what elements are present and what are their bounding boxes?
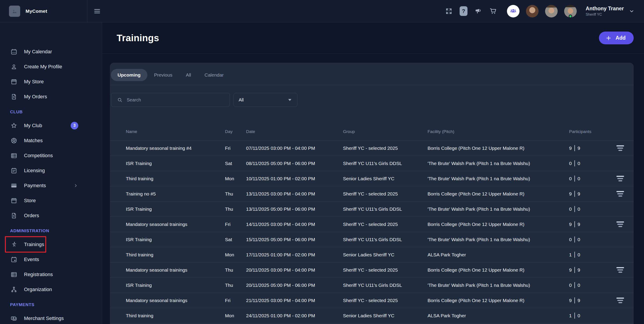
menu-toggle-icon[interactable] xyxy=(93,7,101,15)
store-icon xyxy=(10,197,18,204)
notes-icon[interactable] xyxy=(616,191,624,197)
table-row[interactable]: Mandatory seasonal trainingsFri21/11/202… xyxy=(110,293,634,308)
cell-name: Third training xyxy=(126,313,225,319)
cell-participants: 99 xyxy=(569,267,616,273)
table-row[interactable]: Third trainingMon24/11/2025 01:00 PM - 0… xyxy=(110,308,634,323)
sidebar-item-create-my-profile[interactable]: Create My Profile xyxy=(0,59,102,74)
profile-icon xyxy=(10,63,18,70)
type-filter-select[interactable]: All xyxy=(234,93,298,107)
participants-count-right: 0 xyxy=(578,206,580,212)
notes-icon[interactable] xyxy=(616,267,624,273)
cell-date: 20/11/2025 05:00 PM - 06:00 PM xyxy=(246,283,343,288)
sidebar-item-merchant-settings[interactable]: Merchant Settings xyxy=(0,311,102,324)
sidebar-item-competitions[interactable]: Competitions xyxy=(0,148,102,163)
sidebar-item-store[interactable]: Store xyxy=(0,193,102,208)
search-box xyxy=(111,93,230,107)
sidebar-item-label: Payments xyxy=(24,183,46,188)
user-avatar-1[interactable] xyxy=(526,5,538,17)
participants-count-right: 0 xyxy=(578,283,580,288)
participants-divider xyxy=(574,145,575,151)
announcements-icon[interactable] xyxy=(475,7,482,15)
team-icon xyxy=(510,7,517,15)
sidebar-item-label: My Orders xyxy=(24,94,47,100)
participants-count-left: 0 xyxy=(569,206,572,212)
sidebar-item-orders[interactable]: $Orders xyxy=(0,208,102,223)
sidebar-item-licensing[interactable]: Licensing xyxy=(0,163,102,178)
add-button[interactable]: Add xyxy=(599,31,634,44)
notes-icon[interactable] xyxy=(616,298,624,303)
participants-count-right: 9 xyxy=(578,146,580,151)
orders-icon: $ xyxy=(10,93,18,100)
cell-facility: 'The Brute' Walsh Park (Pitch 1 na Brute… xyxy=(428,176,569,181)
table-row[interactable]: Training no #5Thu13/11/2025 03:00 PM - 0… xyxy=(110,186,634,201)
count-badge: 3 xyxy=(71,122,78,129)
help-icon[interactable]: ? xyxy=(460,6,468,16)
notes-icon[interactable] xyxy=(616,176,624,181)
table-row[interactable]: Third trainingMon17/11/2025 01:00 PM - 0… xyxy=(110,247,634,262)
cell-actions xyxy=(616,176,634,181)
page-title: Trainings xyxy=(117,33,159,43)
table-row[interactable]: ISR TrainingSat15/11/2025 05:00 PM - 06:… xyxy=(110,232,634,247)
cell-group: Senior Ladies Sheriff YC xyxy=(343,313,428,319)
notes-icon[interactable] xyxy=(616,221,624,227)
notes-icon[interactable] xyxy=(616,145,624,151)
sidebar-item-my-calendar[interactable]: My Calendar xyxy=(0,44,102,59)
participants-divider xyxy=(574,236,575,242)
sidebar-item-trainings[interactable]: Trainings xyxy=(0,237,102,252)
table-row[interactable]: Mandatory seasonal training #4Fri07/11/2… xyxy=(110,141,634,156)
sidebar-item-events[interactable]: Events xyxy=(0,252,102,267)
tab-previous[interactable]: Previous xyxy=(147,69,179,81)
cell-name: Mandatory seasonal trainings xyxy=(126,298,225,303)
sidebar-item-my-club[interactable]: My Club3 xyxy=(0,118,102,133)
participants-count-left: 9 xyxy=(569,298,572,303)
participants-count-right: 0 xyxy=(578,161,580,166)
logo-image-placeholder xyxy=(9,5,20,17)
cell-name: Mandatory seasonal training #4 xyxy=(126,146,225,151)
cart-icon[interactable] xyxy=(490,7,497,15)
cell-date: 10/11/2025 01:00 PM - 02:00 PM xyxy=(246,176,343,181)
table-row[interactable]: ISR TrainingThu13/11/2025 05:00 PM - 06:… xyxy=(110,201,634,217)
table-row[interactable]: ISR TrainingThu20/11/2025 05:00 PM - 06:… xyxy=(110,278,634,293)
sidebar-section-label-administration: ADMINISTRATION xyxy=(0,227,102,235)
tab-all[interactable]: All xyxy=(179,69,198,81)
table-icon xyxy=(10,271,18,278)
search-icon xyxy=(117,97,123,103)
sidebar-item-label: Create My Profile xyxy=(24,64,62,70)
cell-facility: Borris College (Pitch One 12 Upper Malon… xyxy=(428,222,569,227)
trainings-icon xyxy=(10,241,18,248)
chevron-down-icon[interactable] xyxy=(629,8,634,14)
cell-day: Fri xyxy=(225,298,246,303)
user-avatar-3[interactable] xyxy=(564,5,577,17)
tab-upcoming[interactable]: Upcoming xyxy=(111,69,147,81)
table-row[interactable]: Third trainingMon10/11/2025 01:00 PM - 0… xyxy=(110,171,634,186)
sidebar-item-matches[interactable]: Matches xyxy=(0,133,102,148)
participants-count-left: 9 xyxy=(569,191,572,197)
table-row[interactable]: Mandatory seasonal trainingsThu20/11/202… xyxy=(110,262,634,278)
cell-group: Sheriff YC - selected 2025 xyxy=(343,191,428,197)
cell-date: 14/11/2025 03:00 PM - 04:00 PM xyxy=(246,222,343,227)
fullscreen-icon[interactable] xyxy=(445,7,452,15)
sidebar-item-my-orders[interactable]: $My Orders xyxy=(0,89,102,104)
sidebar-item-registrations[interactable]: Registrations xyxy=(0,267,102,282)
cell-facility: Borris College (Pitch One 12 Upper Malon… xyxy=(428,191,569,197)
svg-text:$: $ xyxy=(13,96,15,98)
sidebar-item-payments[interactable]: Payments xyxy=(0,178,102,193)
cell-date: 21/11/2025 03:00 PM - 04:00 PM xyxy=(246,298,343,303)
cell-name: ISR Training xyxy=(126,237,225,242)
user-avatar-2[interactable] xyxy=(545,5,558,17)
team-avatar-button[interactable] xyxy=(507,5,520,17)
user-menu[interactable]: Anthony Traner Sheriff YC xyxy=(586,5,624,16)
tab-calendar[interactable]: Calendar xyxy=(198,69,230,81)
user-name: Anthony Traner xyxy=(586,5,624,12)
cell-facility: Borris College (Pitch One 12 Upper Malon… xyxy=(428,146,569,151)
cell-actions xyxy=(616,191,634,197)
sidebar-item-organization[interactable]: Organization xyxy=(0,282,102,297)
search-input[interactable] xyxy=(127,97,225,103)
cell-group: Senior Ladies Sheriff YC xyxy=(343,176,428,181)
cell-group: Senior Ladies Sheriff YC xyxy=(343,252,428,258)
sidebar-item-label: Organization xyxy=(24,287,52,293)
cell-day: Sat xyxy=(225,237,246,242)
table-row[interactable]: ISR TrainingSat08/11/2025 05:00 PM - 06:… xyxy=(110,156,634,171)
table-row[interactable]: Mandatory seasonal trainingsFri14/11/202… xyxy=(110,217,634,232)
sidebar-item-my-store[interactable]: My Store xyxy=(0,74,102,89)
